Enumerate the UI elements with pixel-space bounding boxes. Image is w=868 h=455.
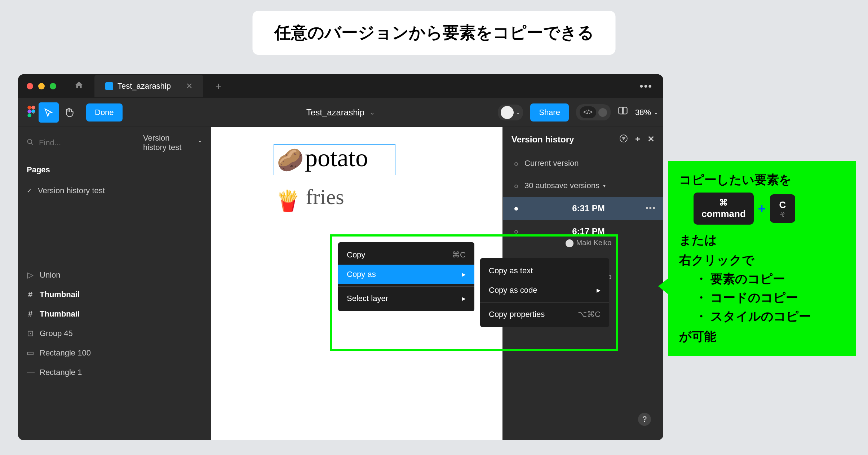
search-input[interactable] <box>39 138 138 147</box>
more-icon[interactable]: ••• <box>646 203 656 213</box>
maximize-window-icon[interactable] <box>50 83 56 89</box>
c-key: C そ <box>770 194 795 223</box>
layer-item[interactable]: ▷Union <box>18 265 211 285</box>
panel-title: Version history <box>511 134 574 145</box>
svg-point-4 <box>27 113 31 117</box>
toolbar: ▾ Done Test_azaraship ⌄ ⌄ Share </> <box>18 98 663 127</box>
avatar <box>566 239 574 247</box>
menu-item[interactable]: Copy as text <box>480 261 609 280</box>
done-button[interactable]: Done <box>86 103 123 122</box>
dev-mode-toggle[interactable]: </> <box>576 104 611 120</box>
close-window-icon[interactable] <box>27 83 33 89</box>
chevron-right-icon: ▶ <box>597 287 601 293</box>
fries-emoji: 🍟 <box>275 189 301 213</box>
hand-tool[interactable] <box>59 102 79 123</box>
new-tab-button[interactable]: + <box>211 80 226 92</box>
layer-type-icon: — <box>27 368 34 377</box>
menu-item[interactable]: Select layer▶ <box>338 289 474 308</box>
title-callout: 任意のバージョンから要素をコピーできる <box>253 11 616 55</box>
code-icon: </> <box>580 106 596 118</box>
traffic-lights <box>22 83 56 89</box>
chevron-up-icon: ⌃ <box>198 140 202 146</box>
layer-type-icon: ▭ <box>27 348 34 358</box>
version-item[interactable]: Current version <box>503 152 663 175</box>
chevron-down-icon: ▾ <box>603 183 606 189</box>
menu-item[interactable]: Copy properties⌥⌘C <box>480 305 609 324</box>
layer-type-icon: # <box>27 290 34 299</box>
close-tab-icon[interactable]: ✕ <box>186 81 192 91</box>
copy-as-submenu: Copy as textCopy as code▶Copy properties… <box>480 258 609 327</box>
user-menu[interactable]: ⌄ <box>498 105 523 120</box>
zoom-menu[interactable]: 38% ⌄ <box>635 108 658 117</box>
close-icon[interactable]: ✕ <box>647 134 655 145</box>
add-icon[interactable]: + <box>635 134 640 145</box>
share-button[interactable]: Share <box>530 103 569 122</box>
menu-item[interactable]: Copy as code▶ <box>480 280 609 300</box>
layer-type-icon: ⊡ <box>27 329 34 338</box>
layer-item[interactable]: ▭Rectangle 100 <box>18 343 211 363</box>
pages-label: Pages <box>18 159 211 181</box>
plus-icon: + <box>758 201 766 216</box>
left-panel: Version history test ⌃ Pages ✓ Version h… <box>18 127 211 440</box>
fries-text: fries <box>306 185 344 209</box>
layer-item[interactable]: #Thumbnail <box>18 304 211 324</box>
svg-line-6 <box>31 143 33 145</box>
chevron-down-icon: ⌄ <box>516 110 520 115</box>
svg-point-1 <box>31 106 35 110</box>
svg-point-5 <box>28 140 32 144</box>
layer-item[interactable]: ⊡Group 45 <box>18 324 211 343</box>
chevron-down-icon: ⌄ <box>369 109 375 116</box>
avatar <box>501 106 514 119</box>
minimize-window-icon[interactable] <box>38 83 45 89</box>
help-button[interactable]: ? <box>638 413 651 426</box>
menu-item[interactable]: Copy as▶ <box>338 265 474 284</box>
chevron-down-icon[interactable]: ▾ <box>32 110 35 115</box>
version-item[interactable]: 6:31 PM••• <box>503 197 663 220</box>
version-dot-icon <box>514 207 518 211</box>
svg-point-2 <box>27 109 31 113</box>
search-icon <box>27 138 34 147</box>
layer-item[interactable]: #Thumbnail <box>18 285 211 304</box>
filter-icon[interactable] <box>619 134 628 145</box>
toggle-off-icon <box>598 108 607 117</box>
chevron-right-icon: ▶ <box>462 296 466 301</box>
layer-type-icon: ▷ <box>27 270 34 280</box>
layer-type-icon: # <box>27 309 34 319</box>
window-more-icon[interactable]: ••• <box>640 80 652 92</box>
chevron-right-icon: ▶ <box>462 271 466 277</box>
command-key: ⌘ command <box>694 193 754 225</box>
svg-point-0 <box>27 106 31 110</box>
page-selector[interactable]: Version history test ⌃ <box>143 133 202 152</box>
home-button[interactable] <box>67 76 91 96</box>
version-dot-icon <box>514 185 518 188</box>
check-icon: ✓ <box>27 187 32 195</box>
chevron-down-icon: ⌄ <box>654 110 658 115</box>
title-bar: Test_azaraship ✕ + ••• <box>18 74 663 98</box>
tab-label: Test_azaraship <box>118 81 171 91</box>
document-tab[interactable]: Test_azaraship ✕ <box>94 75 203 97</box>
version-item[interactable]: 30 autosave versions ▾ <box>503 175 663 197</box>
move-tool[interactable] <box>39 102 59 123</box>
library-icon[interactable] <box>618 106 628 119</box>
version-item[interactable]: 6:17 PMMaki Keiko <box>503 220 663 254</box>
page-item[interactable]: ✓ Version history test <box>18 181 211 200</box>
menu-item[interactable]: Copy⌘C <box>338 245 474 265</box>
document-title[interactable]: Test_azaraship ⌄ <box>306 107 375 118</box>
context-menu: Copy⌘CCopy as▶Select layer▶ <box>338 242 474 311</box>
potato-text: potato <box>305 143 368 172</box>
potato-emoji: 🥔 <box>277 147 304 173</box>
version-dot-icon <box>514 230 518 234</box>
annotation-callout: コピーしたい要素を ⌘ command + C そ または 右クリックで ・ 要… <box>668 161 856 356</box>
version-dot-icon <box>514 162 518 166</box>
layer-item[interactable]: —Rectangle 1 <box>18 363 211 382</box>
document-icon <box>105 82 113 90</box>
